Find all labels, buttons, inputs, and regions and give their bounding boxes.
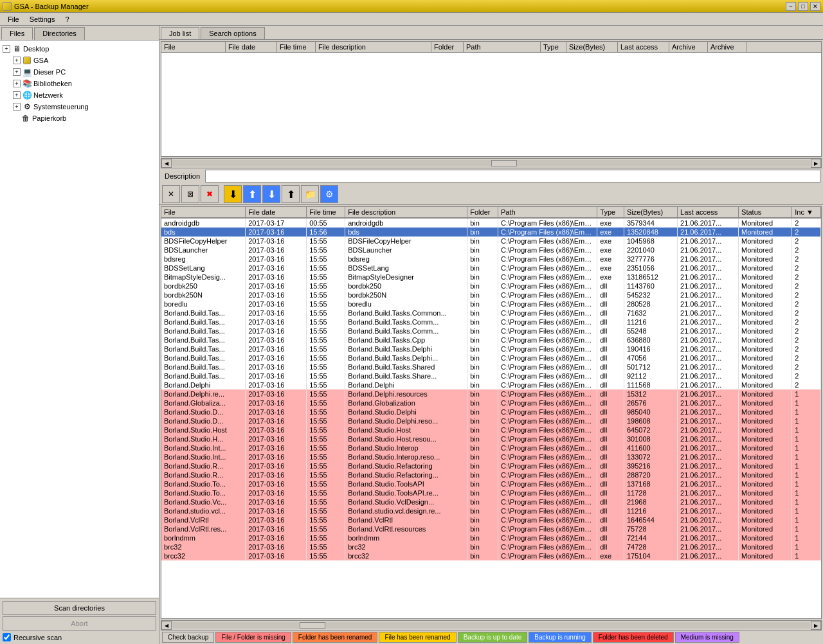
table-row[interactable]: Borland.Studio.Host2017-03-1615:55Borlan… xyxy=(161,425,821,434)
scroll-thumb[interactable] xyxy=(491,160,517,166)
tree-expand-systemsteuerung[interactable]: + xyxy=(13,103,21,111)
abort-button[interactable]: Abort xyxy=(3,616,156,631)
table-row[interactable]: Borland.Build.Tas...2017-03-1615:55Borla… xyxy=(161,326,821,335)
table-row[interactable]: boredlu2017-03-1615:55boredlubinC:\Progr… xyxy=(161,300,821,309)
settings-button[interactable]: ⚙ xyxy=(320,185,338,203)
tree-label-dieser-pc: Dieser PC xyxy=(33,68,66,76)
table-row[interactable]: Borland.Studio.R...2017-03-1615:55Borlan… xyxy=(161,461,821,470)
th-main-inc: Inc ▼ xyxy=(792,207,821,218)
table-row[interactable]: Borland.Build.Tas...2017-03-1615:55Borla… xyxy=(161,353,821,362)
bottom-scroll-track[interactable] xyxy=(172,622,810,629)
computer-icon xyxy=(22,67,32,77)
cancel-button[interactable]: ✖ xyxy=(201,185,219,203)
tree-item-systemsteuerung[interactable]: + Systemsteuerung xyxy=(3,101,156,112)
tree-expand-dieser-pc[interactable]: + xyxy=(13,68,21,76)
table-row[interactable]: Borland.VclRtl2017-03-1615:55Borland.Vcl… xyxy=(161,515,821,524)
minimize-button[interactable]: − xyxy=(786,2,796,11)
bottom-scrollbar[interactable]: ◀ ▶ xyxy=(161,620,822,631)
table-row[interactable]: borlndmm2017-03-1615:55borlndmmbinC:\Pro… xyxy=(161,533,821,542)
menu-help[interactable]: ? xyxy=(60,14,74,24)
scroll-left-btn[interactable]: ◀ xyxy=(161,159,172,168)
legend-file-renamed: File has been renamed xyxy=(379,632,456,643)
stop-button[interactable]: ⊠ xyxy=(181,185,199,203)
scan-directories-button[interactable]: Scan directories xyxy=(3,601,156,615)
table-row[interactable]: Borland.Studio.Int...2017-03-1615:55Borl… xyxy=(161,452,821,461)
table-row[interactable]: Borland.Studio.H...2017-03-1615:55Borlan… xyxy=(161,434,821,443)
table-row[interactable]: Borland.Build.Tas...2017-03-1615:55Borla… xyxy=(161,309,821,318)
table-row[interactable]: bordbk2502017-03-1615:55bordbk250binC:\P… xyxy=(161,282,821,291)
gsa-icon xyxy=(22,55,32,66)
tree-expand-bibliotheken[interactable]: + xyxy=(13,80,21,87)
table-row[interactable]: Borland.Build.Tas...2017-03-1615:55Borla… xyxy=(161,344,821,353)
top-table-content xyxy=(161,53,821,130)
bottom-table-area: File File date File time File descriptio… xyxy=(161,206,822,619)
lib-icon xyxy=(22,78,32,89)
table-row[interactable]: BDSFileCopyHelper2017-03-1615:55BDSFileC… xyxy=(161,237,821,246)
scroll-right-btn[interactable]: ▶ xyxy=(811,159,821,168)
table-row[interactable]: BDSSetLang2017-03-1615:55BDSSetLangbinC:… xyxy=(161,264,821,273)
table-row[interactable]: Borland.Studio.To...2017-03-1615:55Borla… xyxy=(161,488,821,497)
table-row[interactable]: Borland.Studio.D...2017-03-1615:55Borlan… xyxy=(161,416,821,425)
table-row[interactable]: BitmapStyleDesig...2017-03-1615:55Bitmap… xyxy=(161,273,821,282)
table-row[interactable]: Borland.VclRtl.res...2017-03-1615:55Borl… xyxy=(161,524,821,533)
table-row[interactable]: Borland.Studio.Vc...2017-03-1615:55Borla… xyxy=(161,497,821,506)
th-main-folder: Folder xyxy=(467,207,498,218)
tree-item-papierkorb[interactable]: Papierkorb xyxy=(3,112,156,124)
tree-expand-desktop[interactable]: + xyxy=(3,45,10,53)
table-row[interactable]: bordbk250N2017-03-1615:55bordbk250NbinC:… xyxy=(161,291,821,300)
tree-expand-gsa[interactable]: + xyxy=(13,57,21,64)
table-row[interactable]: brc322017-03-1615:55brc32binC:\Program F… xyxy=(161,542,821,551)
table-row[interactable]: Borland.Studio.To...2017-03-1615:55Borla… xyxy=(161,479,821,488)
table-row[interactable]: bds2017-03-1615:56bdsbinC:\Program Files… xyxy=(161,228,821,237)
down-arrow2-button[interactable]: ⬇ xyxy=(262,185,280,203)
table-row[interactable]: Borland.Delphi.re...2017-03-1615:55Borla… xyxy=(161,389,821,398)
table-row[interactable]: brcc322017-03-1615:55brcc32binC:\Program… xyxy=(161,551,821,560)
tree-item-netzwerk[interactable]: + Netzwerk xyxy=(3,89,156,101)
tree-item-dieser-pc[interactable]: + Dieser PC xyxy=(3,66,156,78)
up-arrow-button[interactable]: ⬆ xyxy=(243,185,261,203)
table-row[interactable]: Borland.Studio.D...2017-03-1615:55Borlan… xyxy=(161,407,821,416)
bottom-scroll-right-btn[interactable]: ▶ xyxy=(811,621,821,630)
trash-icon xyxy=(21,113,31,123)
tree-label-desktop: Desktop xyxy=(23,45,49,53)
tree-expand-netzwerk[interactable]: + xyxy=(13,91,21,99)
top-scrollbar[interactable]: ◀ ▶ xyxy=(161,158,822,168)
folder-button[interactable]: 📁 xyxy=(301,185,319,203)
delete-button[interactable]: ✕ xyxy=(162,185,180,203)
table-row[interactable]: Borland.Studio.Int...2017-03-1615:55Borl… xyxy=(161,443,821,452)
tab-files[interactable]: Files xyxy=(1,27,33,40)
tree-view: + Desktop + GSA + Dieser PC + Bibliothek… xyxy=(0,40,159,598)
tab-search-options[interactable]: Search options xyxy=(201,27,264,39)
table-row[interactable]: Borland.Globaliza...2017-03-1615:55Borla… xyxy=(161,398,821,407)
table-row[interactable]: Borland.Build.Tas...2017-03-1615:55Borla… xyxy=(161,371,821,380)
bottom-scroll-thumb[interactable] xyxy=(300,622,325,629)
table-row[interactable]: Borland.Studio.R...2017-03-1615:55Borlan… xyxy=(161,470,821,479)
th-main-path: Path xyxy=(498,207,597,218)
tree-item-bibliotheken[interactable]: + Bibliotheken xyxy=(3,78,156,89)
tree-label-systemsteuerung: Systemsteuerung xyxy=(33,103,89,111)
table-row[interactable]: Borland.Build.Tas...2017-03-1615:55Borla… xyxy=(161,335,821,344)
bottom-scroll-left-btn[interactable]: ◀ xyxy=(161,621,172,630)
tree-label-bibliotheken: Bibliotheken xyxy=(33,80,72,87)
table-row[interactable]: androidgdb2017-03-1700:55androidgdbbinC:… xyxy=(161,218,821,228)
close-button[interactable]: ✕ xyxy=(810,2,820,11)
tree-item-gsa[interactable]: + GSA xyxy=(3,55,156,66)
upload-button[interactable]: ⬆ xyxy=(282,185,300,203)
maximize-button[interactable]: □ xyxy=(798,2,808,11)
table-row[interactable]: Borland.Delphi2017-03-1615:55Borland.Del… xyxy=(161,380,821,389)
down-arrow-button[interactable]: ⬇ xyxy=(224,185,242,203)
table-row[interactable]: Borland.Build.Tas...2017-03-1615:55Borla… xyxy=(161,362,821,371)
table-row[interactable]: Borland.studio.vcl...2017-03-1615:55Borl… xyxy=(161,506,821,515)
menu-file[interactable]: File xyxy=(3,14,24,24)
menu-settings[interactable]: Settings xyxy=(24,14,60,24)
legend-folder-renamed: Folder has been renamed xyxy=(293,632,378,643)
tab-directories[interactable]: Directories xyxy=(34,27,85,40)
table-row[interactable]: bdsreg2017-03-1615:55bdsregbinC:\Program… xyxy=(161,255,821,264)
description-input[interactable] xyxy=(205,170,820,183)
table-row[interactable]: Borland.Build.Tas...2017-03-1615:55Borla… xyxy=(161,318,821,326)
tree-item-desktop[interactable]: + Desktop xyxy=(3,43,156,55)
scroll-track[interactable] xyxy=(172,160,810,166)
recursive-checkbox[interactable] xyxy=(3,633,11,641)
tab-job-list[interactable]: Job list xyxy=(161,27,199,39)
table-row[interactable]: BDSLauncher2017-03-1615:55BDSLauncherbin… xyxy=(161,246,821,255)
